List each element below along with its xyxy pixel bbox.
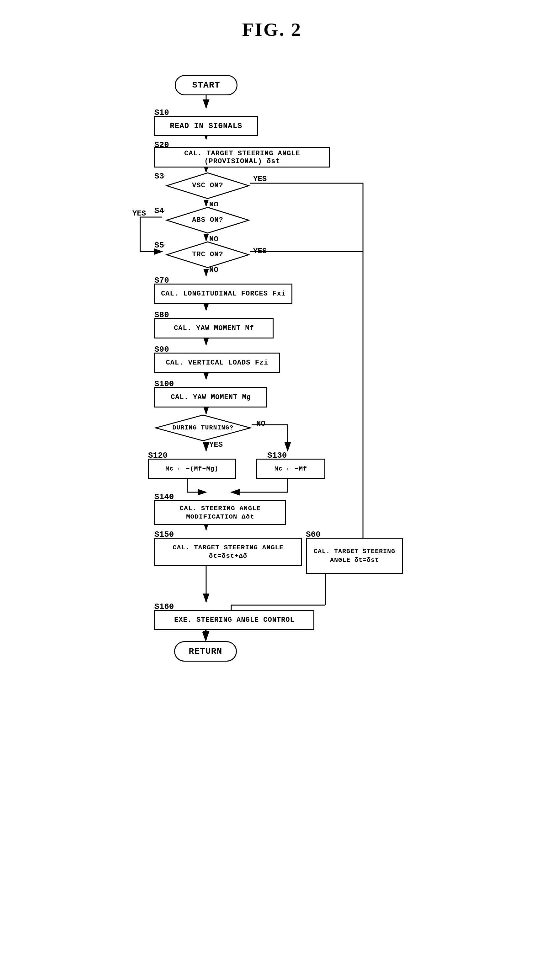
start-label: START: [192, 80, 220, 90]
s10-node: READ IN SIGNALS: [154, 116, 258, 136]
s30-yes-label: YES: [253, 175, 267, 183]
s50-yes-label: YES: [253, 247, 267, 255]
s100-text: CAL. YAW MOMENT Mg: [171, 393, 251, 401]
s60-text: CAL. TARGET STEERING ANGLE δt=δst: [314, 547, 395, 565]
figure-title: FIG. 2: [242, 19, 302, 40]
svg-text:ABS ON?: ABS ON?: [192, 216, 223, 224]
s40-yes-label: YES: [132, 209, 146, 218]
s100-node: CAL. YAW MOMENT Mg: [154, 387, 267, 407]
s110-yes-label: YES: [209, 441, 223, 449]
s140-node: CAL. STEERING ANGLE MODIFICATION Δδt: [154, 500, 286, 525]
s70-node: CAL. LONGITUDINAL FORCES Fxi: [154, 283, 293, 304]
s30-node: VSC ON?: [165, 172, 250, 200]
s70-text: CAL. LONGITUDINAL FORCES Fxi: [161, 290, 286, 298]
s20-node: CAL. TARGET STEERING ANGLE (PROVISIONAL)…: [154, 147, 330, 167]
svg-text:DURING TURNING?: DURING TURNING?: [172, 424, 234, 431]
s20-text: CAL. TARGET STEERING ANGLE (PROVISIONAL)…: [155, 150, 329, 165]
svg-text:TRC ON?: TRC ON?: [192, 251, 223, 258]
s120-text: Mc ← −(Mf−Mg): [165, 465, 218, 473]
s50-no-label: NO: [209, 266, 218, 274]
s110-node: DURING TURNING?: [154, 414, 251, 442]
start-node: START: [175, 75, 237, 95]
s160-node: EXE. STEERING ANGLE CONTROL: [154, 610, 314, 630]
s90-node: CAL. VERTICAL LOADS Fzi: [154, 353, 280, 373]
s150-node: CAL. TARGET STEERING ANGLE δt=δst+Δδ: [154, 538, 302, 566]
s140-text: CAL. STEERING ANGLE MODIFICATION Δδt: [180, 504, 261, 521]
s60-node: CAL. TARGET STEERING ANGLE δt=δst: [306, 538, 403, 574]
svg-text:VSC ON?: VSC ON?: [192, 181, 223, 189]
s150-text: CAL. TARGET STEERING ANGLE δt=δst+Δδ: [173, 543, 284, 561]
s80-node: CAL. YAW MOMENT Mf: [154, 318, 274, 339]
s160-text: EXE. STEERING ANGLE CONTROL: [174, 616, 294, 624]
s130-node: Mc ← −Mf: [256, 459, 325, 479]
flowchart: START S10 READ IN SIGNALS S20 CAL. TARGE…: [99, 59, 445, 969]
s40-node: ABS ON?: [165, 206, 250, 234]
s130-text: Mc ← −Mf: [275, 465, 307, 473]
s50-node: TRC ON?: [165, 240, 250, 269]
return-label: RETURN: [189, 646, 223, 656]
s90-text: CAL. VERTICAL LOADS Fzi: [166, 359, 269, 367]
s10-text: READ IN SIGNALS: [170, 122, 242, 130]
s110-no-label: NO: [256, 419, 266, 428]
s80-text: CAL. YAW MOMENT Mf: [174, 325, 254, 332]
s120-node: Mc ← −(Mf−Mg): [148, 459, 236, 479]
page: FIG. 2: [0, 0, 544, 980]
return-node: RETURN: [174, 641, 237, 662]
